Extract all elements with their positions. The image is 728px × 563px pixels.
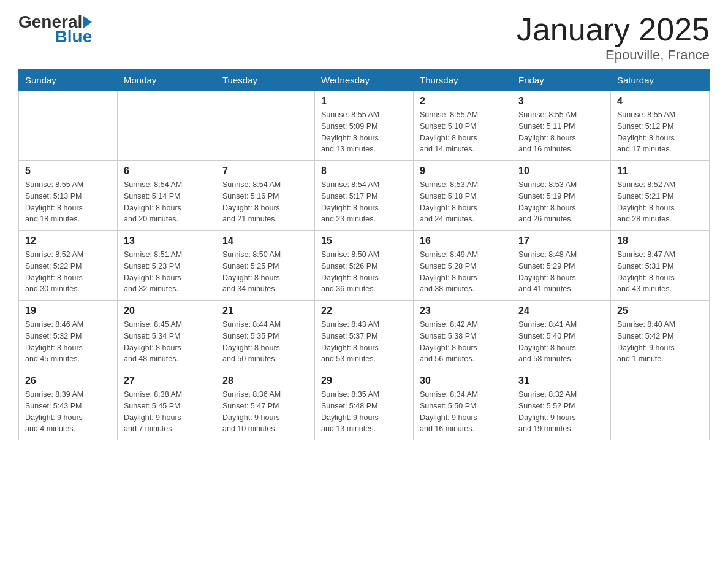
calendar-day-cell: [118, 91, 216, 161]
day-number: 20: [124, 305, 210, 316]
calendar-day-cell: 30Sunrise: 8:34 AM Sunset: 5:50 PM Dayli…: [414, 370, 512, 440]
day-info: Sunrise: 8:55 AM Sunset: 5:10 PM Dayligh…: [420, 109, 506, 155]
calendar-weekday-header: Saturday: [611, 70, 710, 91]
logo: General Blue: [18, 12, 92, 47]
day-info: Sunrise: 8:42 AM Sunset: 5:38 PM Dayligh…: [420, 319, 506, 365]
calendar-day-cell: 8Sunrise: 8:54 AM Sunset: 5:17 PM Daylig…: [315, 161, 414, 231]
calendar-day-cell: 3Sunrise: 8:55 AM Sunset: 5:11 PM Daylig…: [512, 91, 611, 161]
calendar-week-row: 5Sunrise: 8:55 AM Sunset: 5:13 PM Daylig…: [19, 161, 710, 231]
day-number: 21: [222, 305, 308, 316]
day-info: Sunrise: 8:55 AM Sunset: 5:12 PM Dayligh…: [617, 109, 703, 155]
day-info: Sunrise: 8:34 AM Sunset: 5:50 PM Dayligh…: [420, 389, 506, 435]
day-number: 28: [222, 375, 308, 386]
day-info: Sunrise: 8:55 AM Sunset: 5:09 PM Dayligh…: [321, 109, 407, 155]
day-info: Sunrise: 8:54 AM Sunset: 5:17 PM Dayligh…: [321, 179, 407, 225]
calendar-table: SundayMondayTuesdayWednesdayThursdayFrid…: [18, 69, 710, 440]
day-info: Sunrise: 8:45 AM Sunset: 5:34 PM Dayligh…: [124, 319, 210, 365]
day-number: 4: [617, 96, 703, 107]
day-number: 17: [518, 236, 604, 247]
day-number: 19: [25, 305, 111, 316]
day-number: 27: [124, 375, 210, 386]
day-info: Sunrise: 8:47 AM Sunset: 5:31 PM Dayligh…: [617, 249, 703, 295]
logo-blue-text: Blue: [53, 27, 93, 47]
calendar-day-cell: 7Sunrise: 8:54 AM Sunset: 5:16 PM Daylig…: [216, 161, 315, 231]
calendar-weekday-header: Tuesday: [216, 70, 315, 91]
calendar-week-row: 1Sunrise: 8:55 AM Sunset: 5:09 PM Daylig…: [19, 91, 710, 161]
day-number: 7: [222, 166, 308, 177]
day-number: 12: [25, 236, 111, 247]
calendar-header-row: SundayMondayTuesdayWednesdayThursdayFrid…: [19, 70, 710, 91]
calendar-day-cell: 1Sunrise: 8:55 AM Sunset: 5:09 PM Daylig…: [315, 91, 414, 161]
calendar-weekday-header: Sunday: [19, 70, 118, 91]
calendar-day-cell: 27Sunrise: 8:38 AM Sunset: 5:45 PM Dayli…: [118, 370, 216, 440]
calendar-week-row: 12Sunrise: 8:52 AM Sunset: 5:22 PM Dayli…: [19, 231, 710, 301]
day-info: Sunrise: 8:51 AM Sunset: 5:23 PM Dayligh…: [124, 249, 210, 295]
day-number: 30: [420, 375, 506, 386]
calendar-day-cell: 10Sunrise: 8:53 AM Sunset: 5:19 PM Dayli…: [512, 161, 611, 231]
day-info: Sunrise: 8:50 AM Sunset: 5:26 PM Dayligh…: [321, 249, 407, 295]
calendar-week-row: 19Sunrise: 8:46 AM Sunset: 5:32 PM Dayli…: [19, 301, 710, 370]
calendar-day-cell: [19, 91, 118, 161]
day-info: Sunrise: 8:32 AM Sunset: 5:52 PM Dayligh…: [518, 389, 604, 435]
calendar-day-cell: 25Sunrise: 8:40 AM Sunset: 5:42 PM Dayli…: [611, 301, 710, 370]
calendar-day-cell: 6Sunrise: 8:54 AM Sunset: 5:14 PM Daylig…: [118, 161, 216, 231]
calendar-day-cell: 20Sunrise: 8:45 AM Sunset: 5:34 PM Dayli…: [118, 301, 216, 370]
calendar-day-cell: 12Sunrise: 8:52 AM Sunset: 5:22 PM Dayli…: [19, 231, 118, 301]
calendar-day-cell: 23Sunrise: 8:42 AM Sunset: 5:38 PM Dayli…: [414, 301, 512, 370]
calendar-subtitle: Epouville, France: [517, 47, 710, 63]
day-info: Sunrise: 8:55 AM Sunset: 5:11 PM Dayligh…: [518, 109, 604, 155]
day-number: 22: [321, 305, 407, 316]
calendar-day-cell: [216, 91, 315, 161]
day-number: 6: [124, 166, 210, 177]
calendar-day-cell: 2Sunrise: 8:55 AM Sunset: 5:10 PM Daylig…: [414, 91, 512, 161]
title-block: January 2025 Epouville, France: [517, 12, 710, 63]
day-info: Sunrise: 8:52 AM Sunset: 5:21 PM Dayligh…: [617, 179, 703, 225]
calendar-day-cell: 31Sunrise: 8:32 AM Sunset: 5:52 PM Dayli…: [512, 370, 611, 440]
calendar-day-cell: 13Sunrise: 8:51 AM Sunset: 5:23 PM Dayli…: [118, 231, 216, 301]
day-info: Sunrise: 8:53 AM Sunset: 5:19 PM Dayligh…: [518, 179, 604, 225]
day-number: 18: [617, 236, 703, 247]
calendar-day-cell: 21Sunrise: 8:44 AM Sunset: 5:35 PM Dayli…: [216, 301, 315, 370]
calendar-day-cell: 9Sunrise: 8:53 AM Sunset: 5:18 PM Daylig…: [414, 161, 512, 231]
day-info: Sunrise: 8:52 AM Sunset: 5:22 PM Dayligh…: [25, 249, 111, 295]
calendar-day-cell: 14Sunrise: 8:50 AM Sunset: 5:25 PM Dayli…: [216, 231, 315, 301]
calendar-day-cell: 26Sunrise: 8:39 AM Sunset: 5:43 PM Dayli…: [19, 370, 118, 440]
day-number: 15: [321, 236, 407, 247]
calendar-day-cell: 15Sunrise: 8:50 AM Sunset: 5:26 PM Dayli…: [315, 231, 414, 301]
calendar-day-cell: 17Sunrise: 8:48 AM Sunset: 5:29 PM Dayli…: [512, 231, 611, 301]
day-number: 13: [124, 236, 210, 247]
day-number: 11: [617, 166, 703, 177]
calendar-day-cell: 4Sunrise: 8:55 AM Sunset: 5:12 PM Daylig…: [611, 91, 710, 161]
day-info: Sunrise: 8:55 AM Sunset: 5:13 PM Dayligh…: [25, 179, 111, 225]
day-info: Sunrise: 8:41 AM Sunset: 5:40 PM Dayligh…: [518, 319, 604, 365]
day-number: 23: [420, 305, 506, 316]
day-info: Sunrise: 8:43 AM Sunset: 5:37 PM Dayligh…: [321, 319, 407, 365]
day-number: 29: [321, 375, 407, 386]
calendar-weekday-header: Monday: [118, 70, 216, 91]
calendar-day-cell: 22Sunrise: 8:43 AM Sunset: 5:37 PM Dayli…: [315, 301, 414, 370]
calendar-title: January 2025: [517, 12, 710, 47]
day-number: 14: [222, 236, 308, 247]
calendar-week-row: 26Sunrise: 8:39 AM Sunset: 5:43 PM Dayli…: [19, 370, 710, 440]
day-number: 5: [25, 166, 111, 177]
calendar-weekday-header: Friday: [512, 70, 611, 91]
day-number: 9: [420, 166, 506, 177]
day-info: Sunrise: 8:46 AM Sunset: 5:32 PM Dayligh…: [25, 319, 111, 365]
day-number: 10: [518, 166, 604, 177]
calendar-day-cell: 28Sunrise: 8:36 AM Sunset: 5:47 PM Dayli…: [216, 370, 315, 440]
day-number: 16: [420, 236, 506, 247]
calendar-day-cell: 19Sunrise: 8:46 AM Sunset: 5:32 PM Dayli…: [19, 301, 118, 370]
calendar-day-cell: 11Sunrise: 8:52 AM Sunset: 5:21 PM Dayli…: [611, 161, 710, 231]
calendar-day-cell: 18Sunrise: 8:47 AM Sunset: 5:31 PM Dayli…: [611, 231, 710, 301]
day-info: Sunrise: 8:48 AM Sunset: 5:29 PM Dayligh…: [518, 249, 604, 295]
day-info: Sunrise: 8:54 AM Sunset: 5:14 PM Dayligh…: [124, 179, 210, 225]
calendar-day-cell: 16Sunrise: 8:49 AM Sunset: 5:28 PM Dayli…: [414, 231, 512, 301]
day-number: 26: [25, 375, 111, 386]
calendar-weekday-header: Thursday: [414, 70, 512, 91]
day-info: Sunrise: 8:50 AM Sunset: 5:25 PM Dayligh…: [222, 249, 308, 295]
calendar-weekday-header: Wednesday: [315, 70, 414, 91]
day-number: 25: [617, 305, 703, 316]
day-info: Sunrise: 8:39 AM Sunset: 5:43 PM Dayligh…: [25, 389, 111, 435]
page-header: General Blue January 2025 Epouville, Fra…: [18, 12, 710, 63]
calendar-day-cell: 29Sunrise: 8:35 AM Sunset: 5:48 PM Dayli…: [315, 370, 414, 440]
